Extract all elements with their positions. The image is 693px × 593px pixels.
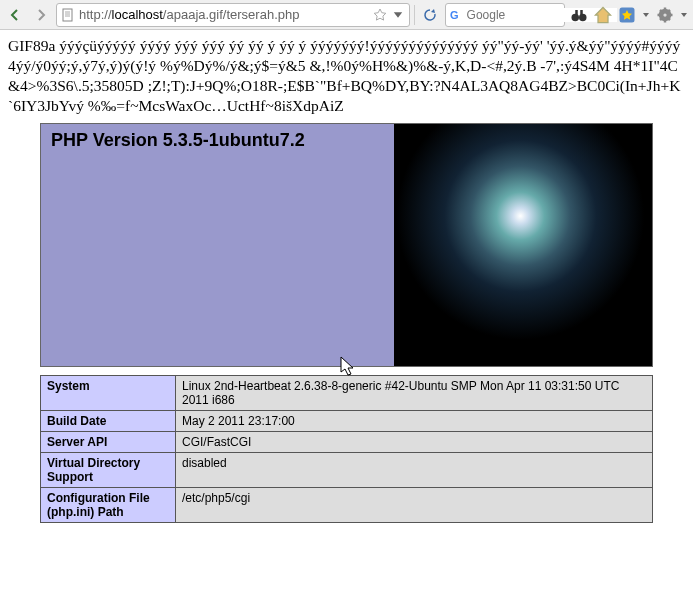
google-icon: G xyxy=(450,9,459,21)
php-version-title: PHP Version 5.3.5-1ubuntu7.2 xyxy=(51,130,384,151)
url-prefix: http:// xyxy=(79,7,112,22)
info-key: Build Date xyxy=(41,410,176,431)
phpinfo-header-right xyxy=(394,124,652,366)
url-host: localhost xyxy=(112,7,163,22)
table-row: Build DateMay 2 2011 23:17:00 xyxy=(41,410,653,431)
table-row: Configuration File (php.ini) Path/etc/ph… xyxy=(41,487,653,522)
separator xyxy=(414,5,415,25)
info-value: CGI/FastCGI xyxy=(176,431,653,452)
back-button[interactable] xyxy=(4,4,26,26)
reload-button[interactable] xyxy=(419,4,441,26)
phpinfo-header-box: PHP Version 5.3.5-1ubuntu7.2 xyxy=(40,123,653,367)
browser-toolbar: http://localhost/apaaja.gif/terserah.php… xyxy=(0,0,693,30)
phpinfo-header-left: PHP Version 5.3.5-1ubuntu7.2 xyxy=(41,124,394,366)
info-key: Server API xyxy=(41,431,176,452)
page-content: GIF89a ýýýçüýýýýý ýýýý ýýý ýýý ýý ýý ý ý… xyxy=(0,30,693,529)
bookmarks-icon[interactable] xyxy=(617,5,637,25)
table-row: Virtual Directory Supportdisabled xyxy=(41,452,653,487)
url-dropdown-icon[interactable] xyxy=(391,8,405,22)
bookmarks-dropdown-icon[interactable] xyxy=(641,8,651,22)
svg-rect-4 xyxy=(580,10,583,15)
bookmark-star-icon[interactable] xyxy=(373,8,387,22)
binoculars-icon[interactable] xyxy=(569,5,589,25)
url-text: http://localhost/apaaja.gif/terserah.php xyxy=(79,7,369,22)
table-row: Server APICGI/FastCGI xyxy=(41,431,653,452)
php-logo-image xyxy=(394,124,652,366)
page-icon xyxy=(61,8,75,22)
svg-point-7 xyxy=(663,13,666,16)
menu-dropdown-icon[interactable] xyxy=(679,8,689,22)
url-path: /apaaja.gif/terserah.php xyxy=(163,7,300,22)
svg-rect-3 xyxy=(575,10,578,15)
url-bar[interactable]: http://localhost/apaaja.gif/terserah.php xyxy=(56,3,410,27)
forward-button[interactable] xyxy=(30,4,52,26)
phpinfo-table: SystemLinux 2nd-Heartbeat 2.6.38-8-gener… xyxy=(40,375,653,523)
search-bar[interactable]: G xyxy=(445,3,565,27)
table-row: SystemLinux 2nd-Heartbeat 2.6.38-8-gener… xyxy=(41,375,653,410)
info-value: Linux 2nd-Heartbeat 2.6.38-8-generic #42… xyxy=(176,375,653,410)
menu-icon[interactable] xyxy=(655,5,675,25)
binary-garbage-text: GIF89a ýýýçüýýýýý ýýýý ýýý ýýý ýý ýý ý ý… xyxy=(8,36,685,117)
home-icon[interactable] xyxy=(593,5,613,25)
info-key: Virtual Directory Support xyxy=(41,452,176,487)
info-value: /etc/php5/cgi xyxy=(176,487,653,522)
svg-rect-0 xyxy=(63,9,72,21)
info-key: System xyxy=(41,375,176,410)
info-key: Configuration File (php.ini) Path xyxy=(41,487,176,522)
info-value: May 2 2011 23:17:00 xyxy=(176,410,653,431)
info-value: disabled xyxy=(176,452,653,487)
